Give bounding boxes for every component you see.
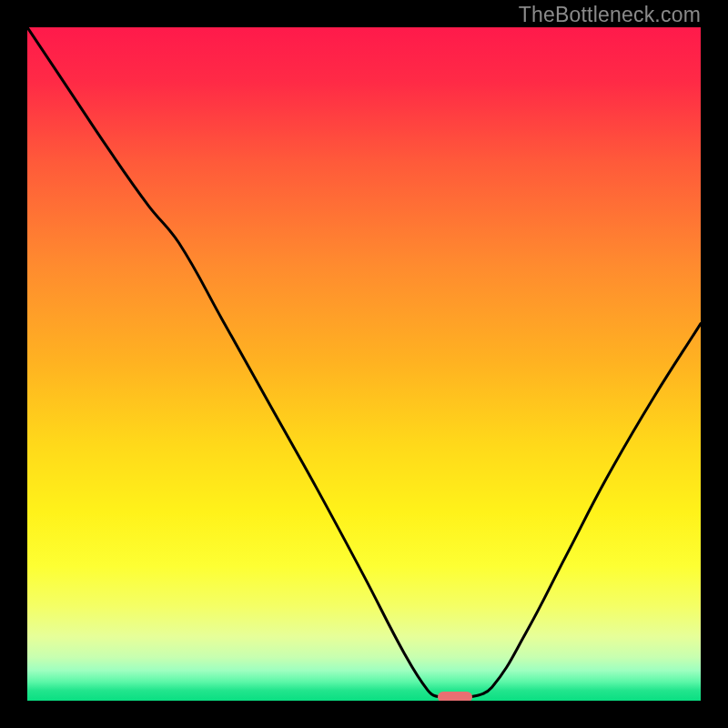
optimum-marker [438,692,472,701]
bottleneck-curve [27,27,701,701]
watermark-text: TheBottleneck.com [519,3,701,27]
plot-area [27,27,701,701]
chart-frame: TheBottleneck.com [0,0,728,728]
